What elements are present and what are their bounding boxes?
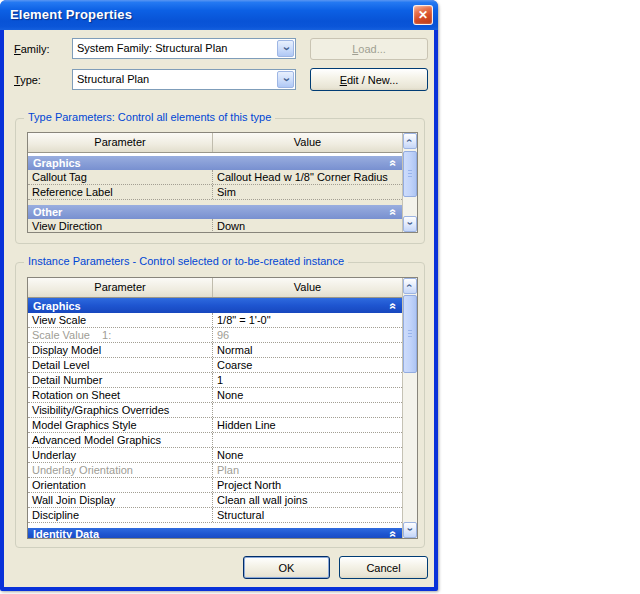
window-title: Element Properties xyxy=(10,7,132,22)
value-cell[interactable]: Normal xyxy=(213,343,402,357)
table-row: Model Graphics Style Hidden Line xyxy=(28,418,402,433)
group-row-graphics[interactable]: Graphics « xyxy=(28,298,402,313)
type-table-header: Parameter Value xyxy=(28,133,402,153)
type-combobox-value: Structural Plan xyxy=(77,70,149,89)
scroll-up-button[interactable]: ‹ xyxy=(403,133,417,149)
family-dropdown-button[interactable]: ‹ xyxy=(277,40,294,57)
instance-parameters-caption: Instance Parameters - Control selected o… xyxy=(24,255,348,267)
column-header-parameter[interactable]: Parameter xyxy=(28,133,213,152)
scrollbar-thumb[interactable] xyxy=(403,295,417,373)
instance-table-scrollbar[interactable]: ‹ ‹ xyxy=(402,278,417,538)
scroll-down-button[interactable]: ‹ xyxy=(403,522,417,538)
group-label: Identity Data xyxy=(33,528,99,538)
table-row: View Direction Down xyxy=(28,219,402,232)
table-row: Visibility/Graphics Overrides Edit... xyxy=(28,403,402,418)
chevron-down-icon: ‹ xyxy=(278,46,293,50)
type-parameters-table: Parameter Value Graphics « Callout Tag C… xyxy=(27,132,418,233)
family-combobox-value: System Family: Structural Plan xyxy=(77,39,227,58)
table-row: Rotation on Sheet None xyxy=(28,388,402,403)
parameter-cell: View Direction xyxy=(28,219,213,232)
value-cell[interactable]: Callout Head w 1/8" Corner Radius xyxy=(213,170,402,184)
table-row: Callout Tag Callout Head w 1/8" Corner R… xyxy=(28,170,402,185)
chevron-down-icon: ‹ xyxy=(403,528,416,532)
edit-new-button-label: Edit / New... xyxy=(340,74,399,86)
value-cell[interactable]: Down xyxy=(213,219,402,232)
parameter-cell: Orientation xyxy=(28,478,213,492)
family-label: Family: xyxy=(14,43,49,55)
group-label: Graphics xyxy=(33,300,81,312)
load-button[interactable]: Load... xyxy=(310,38,428,60)
value-cell[interactable]: Clean all wall joins xyxy=(213,493,402,507)
table-row: Orientation Project North xyxy=(28,478,402,493)
element-properties-dialog: Element Properties ✕ Family: System Fami… xyxy=(0,0,438,591)
table-row: Detail Number 1 xyxy=(28,373,402,388)
table-row: Detail Level Coarse xyxy=(28,358,402,373)
value-cell[interactable]: 1 xyxy=(213,373,402,387)
parameter-cell: Detail Number xyxy=(28,373,213,387)
chevron-up-icon: ‹ xyxy=(403,139,416,143)
table-row: Wall Join Display Clean all wall joins xyxy=(28,493,402,508)
value-cell[interactable]: None xyxy=(213,448,402,462)
title-bar[interactable]: Element Properties ✕ xyxy=(0,0,438,30)
value-cell[interactable]: Structural xyxy=(213,508,402,522)
parameter-cell: Wall Join Display xyxy=(28,493,213,507)
table-row: View Scale 1/8" = 1'-0" xyxy=(28,313,402,328)
table-row: Underlay None xyxy=(28,448,402,463)
table-row: Scale Value 1: 96 xyxy=(28,328,402,343)
type-dropdown-button[interactable]: ‹ xyxy=(277,71,294,88)
instance-table-header: Parameter Value xyxy=(28,278,402,298)
scrollbar-thumb-grip-icon xyxy=(408,170,412,177)
parameter-cell: Detail Level xyxy=(28,358,213,372)
type-parameters-caption: Type Parameters: Control all elements of… xyxy=(24,111,275,123)
parameter-cell: Display Model xyxy=(28,343,213,357)
column-header-value[interactable]: Value xyxy=(213,278,402,297)
instance-parameters-groupbox: Instance Parameters - Control selected o… xyxy=(15,262,425,548)
parameter-cell: Visibility/Graphics Overrides xyxy=(28,403,213,417)
table-row: Underlay Orientation Plan xyxy=(28,463,402,478)
scrollbar-thumb[interactable] xyxy=(403,151,417,197)
collapse-chevron-icon: « xyxy=(390,160,398,167)
scrollbar-thumb-grip-icon xyxy=(408,330,412,337)
cancel-button[interactable]: Cancel xyxy=(339,556,428,579)
dialog-body: Family: System Family: Structural Plan ‹… xyxy=(4,30,434,587)
scroll-down-button[interactable]: ‹ xyxy=(403,216,417,232)
parameter-cell: Discipline xyxy=(28,508,213,522)
close-button[interactable]: ✕ xyxy=(413,5,433,25)
type-combobox[interactable]: Structural Plan ‹ xyxy=(72,69,296,90)
group-label: Graphics xyxy=(33,157,81,169)
value-cell[interactable]: Project North xyxy=(213,478,402,492)
collapse-chevron-icon: « xyxy=(390,302,398,309)
column-header-parameter[interactable]: Parameter xyxy=(28,278,213,297)
family-combobox[interactable]: System Family: Structural Plan ‹ xyxy=(72,38,296,59)
value-cell: Plan xyxy=(213,463,402,477)
ok-button[interactable]: OK xyxy=(243,556,330,579)
group-row-identity-data[interactable]: Identity Data « xyxy=(28,528,402,538)
desktop-background: Element Properties ✕ Family: System Fami… xyxy=(0,0,640,594)
table-row: Discipline Structural xyxy=(28,508,402,523)
value-cell[interactable]: None xyxy=(213,388,402,402)
type-table-scrollbar[interactable]: ‹ ‹ xyxy=(402,133,417,232)
parameter-cell: Reference Label xyxy=(28,185,213,199)
instance-table-content: Parameter Value Graphics « View Scale 1/… xyxy=(28,278,402,538)
parameter-cell: Advanced Model Graphics xyxy=(28,433,213,447)
column-header-value[interactable]: Value xyxy=(213,133,402,152)
group-row-other[interactable]: Other « xyxy=(28,205,402,219)
edit-new-button[interactable]: Edit / New... xyxy=(310,68,428,91)
value-cell[interactable]: Coarse xyxy=(213,358,402,372)
collapse-chevron-icon: « xyxy=(390,209,398,216)
table-row: Reference Label Sim xyxy=(28,185,402,200)
parameter-cell: Underlay Orientation xyxy=(28,463,213,477)
parameter-cell: Scale Value 1: xyxy=(28,328,213,342)
collapse-chevron-icon: « xyxy=(390,531,398,538)
type-label: Type: xyxy=(14,74,41,86)
type-parameters-groupbox: Type Parameters: Control all elements of… xyxy=(15,118,425,244)
chevron-up-icon: ‹ xyxy=(403,284,416,288)
chevron-down-icon: ‹ xyxy=(278,77,293,81)
parameter-cell: View Scale xyxy=(28,313,213,327)
instance-parameters-table: Parameter Value Graphics « View Scale 1/… xyxy=(27,277,418,539)
scroll-up-button[interactable]: ‹ xyxy=(403,278,417,294)
value-cell[interactable]: Hidden Line xyxy=(213,418,402,432)
group-row-graphics[interactable]: Graphics « xyxy=(28,156,402,170)
value-cell[interactable]: Sim xyxy=(213,185,402,199)
value-cell[interactable]: 1/8" = 1'-0" xyxy=(213,313,402,327)
